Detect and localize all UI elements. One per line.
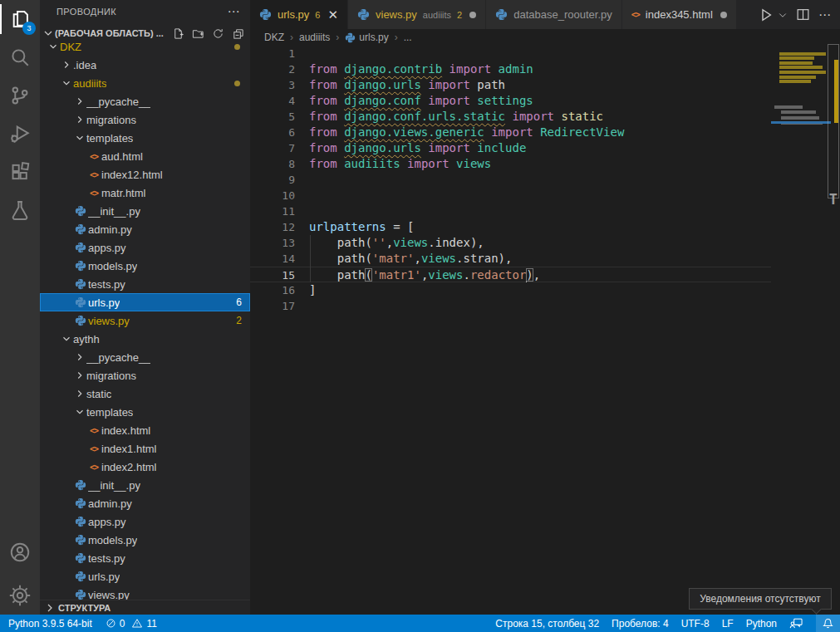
code-line-2[interactable]: 2from django.contrib import admin [250, 61, 771, 77]
tree-item-models-py[interactable]: models.py [40, 257, 250, 275]
tree-item-urls-py[interactable]: urls.py6 [40, 293, 250, 311]
tree-item-pycache[interactable]: __pycache__ [40, 348, 250, 366]
new-file-icon[interactable] [170, 26, 185, 41]
tree-item-static[interactable]: static [40, 385, 250, 403]
tree-item-aythh[interactable]: aythh [40, 330, 250, 348]
tree-item-admin-py[interactable]: admin.py [40, 494, 250, 512]
activity-testing[interactable] [0, 191, 40, 229]
tree-item-idea[interactable]: .idea [40, 56, 250, 74]
close-icon[interactable]: ✕ [327, 8, 338, 21]
code-text: from django.views.generic import Redirec… [309, 125, 624, 140]
problems-indicator[interactable]: 0 11 [106, 618, 157, 630]
tree-item-init-py[interactable]: __init__.py [40, 476, 250, 494]
cursor-position[interactable]: Строка 15, столбец 32 [495, 618, 599, 630]
python-icon [75, 516, 86, 527]
tree-item-label: tests.py [88, 278, 125, 291]
tree-item-init-py[interactable]: __init__.py [40, 202, 250, 220]
warning-count: 11 [146, 618, 156, 630]
tree-item-dkz[interactable]: DKZ [40, 43, 250, 56]
breadcrumb-item-urls-py[interactable]: urls.py [345, 32, 388, 43]
code-line-13[interactable]: 13 path('',views.index), [250, 235, 771, 251]
new-folder-icon[interactable] [190, 26, 205, 41]
tree-item-label: views.py [88, 315, 130, 327]
tree-item-index-html[interactable]: <>index.html [40, 421, 250, 439]
indentation[interactable]: Пробелов: 4 [612, 618, 669, 630]
eol-sequence[interactable]: LF [722, 618, 734, 630]
code-line-14[interactable]: 14 path('matr',views.stran), [250, 251, 771, 267]
code-line-17[interactable]: 17 [250, 298, 771, 314]
activity-run-debug[interactable] [0, 115, 40, 153]
overview-ruler[interactable]: T [828, 46, 840, 615]
tab-label: index345.html [646, 8, 713, 21]
code-line-5[interactable]: 5from django.conf.urls.static import sta… [250, 109, 771, 125]
tree-item-aud-html[interactable]: <>aud.html [40, 147, 250, 165]
tree-item-tests-py[interactable]: tests.py [40, 275, 250, 293]
tree-item-index1-html[interactable]: <>index1.html [40, 439, 250, 458]
tree-item-models-py[interactable]: models.py [40, 531, 250, 549]
tree-item-views-py[interactable]: views.py [40, 585, 250, 600]
refresh-icon[interactable] [210, 26, 225, 41]
workspace-section-header[interactable]: (РАБОЧАЯ ОБЛАСТЬ) ... [40, 23, 250, 43]
tree-item-matr-html[interactable]: <>matr.html [40, 184, 250, 202]
code-line-9[interactable]: 9 [250, 172, 771, 188]
tree-item-index12-html[interactable]: <>index12.html [40, 165, 250, 184]
tree-item-tests-py[interactable]: tests.py [40, 549, 250, 567]
tree-item-templates[interactable]: templates [40, 403, 250, 421]
run-button[interactable] [758, 7, 774, 23]
feedback-icon[interactable] [789, 617, 803, 630]
split-editor-icon[interactable] [796, 7, 810, 22]
activity-extensions[interactable] [0, 153, 40, 191]
more-actions-icon[interactable]: ⋯ [818, 7, 832, 22]
breadcrumb-item-[interactable]: ... [404, 32, 412, 43]
chevron-down-icon [47, 43, 59, 52]
collapse-all-icon[interactable] [230, 26, 245, 41]
code-line-11[interactable]: 11 [250, 203, 771, 219]
activity-search[interactable] [0, 38, 40, 76]
tree-item-apps-py[interactable]: apps.py [40, 512, 250, 531]
activity-account[interactable] [0, 533, 40, 571]
tree-item-audiiits[interactable]: audiiits [40, 74, 250, 92]
run-dropdown-icon[interactable] [778, 10, 788, 20]
tree-item-apps-py[interactable]: apps.py [40, 238, 250, 257]
html-icon: <> [90, 444, 98, 453]
code-line-7[interactable]: 7from django.urls import include [250, 140, 771, 156]
code-line-3[interactable]: 3from django.urls import path [250, 77, 771, 93]
breadcrumb-item-audiiits[interactable]: audiiits [299, 32, 330, 43]
html-icon: <> [631, 10, 640, 19]
notifications-bell[interactable] [816, 615, 840, 632]
activity-source-control[interactable] [0, 76, 40, 115]
python-icon [259, 8, 272, 21]
tree-item-admin-py[interactable]: admin.py [40, 220, 250, 238]
code-line-1[interactable]: 1 [250, 46, 771, 61]
breadcrumb-item-dkz[interactable]: DKZ [264, 32, 284, 43]
code-line-4[interactable]: 4from django.conf import settings [250, 93, 771, 109]
minimap[interactable] [771, 46, 828, 615]
tree-item-templates[interactable]: templates [40, 129, 250, 147]
code-line-8[interactable]: 8from audiiits import views [250, 156, 771, 172]
tab-urls-py[interactable]: urls.py6✕ [250, 0, 347, 29]
tab-index345-html[interactable]: <>index345.html [622, 0, 736, 29]
code-line-6[interactable]: 6from django.views.generic import Redire… [250, 125, 771, 140]
code-line-12[interactable]: 12urlpatterns = [ [250, 219, 771, 235]
tree-item-pycache[interactable]: __pycache__ [40, 92, 250, 110]
tree-item-index2-html[interactable]: <>index2.html [40, 458, 250, 476]
python-interpreter[interactable]: Python 3.9.5 64-bit [8, 618, 92, 630]
language-mode[interactable]: Python [746, 618, 777, 630]
explorer-more-icon[interactable]: ⋯ [228, 4, 240, 19]
tab-views-py[interactable]: views.pyaudiiits2 [348, 0, 485, 29]
code-line-16[interactable]: 16] [250, 282, 771, 298]
tree-item-views-py[interactable]: views.py2 [40, 311, 250, 330]
activity-settings[interactable] [0, 576, 40, 615]
tree-item-migrations[interactable]: migrations [40, 366, 250, 385]
code-editor[interactable]: 12from django.contrib import admin3from … [250, 46, 840, 615]
outline-section-header[interactable]: СТРУКТУРА [40, 600, 250, 615]
encoding[interactable]: UTF-8 [681, 618, 710, 630]
tab-database-roouter-py[interactable]: database_roouter.py [486, 0, 621, 29]
tree-item-migrations[interactable]: migrations [40, 110, 250, 129]
tree-item-label: templates [86, 406, 133, 419]
code-line-15[interactable]: 15 path('matr1',views.redactor), [250, 267, 771, 282]
tree-item-label: __init__.py [88, 479, 140, 492]
tree-item-urls-py[interactable]: urls.py [40, 567, 250, 585]
activity-explorer[interactable]: 3 [0, 0, 40, 38]
code-line-10[interactable]: 10 [250, 188, 771, 203]
